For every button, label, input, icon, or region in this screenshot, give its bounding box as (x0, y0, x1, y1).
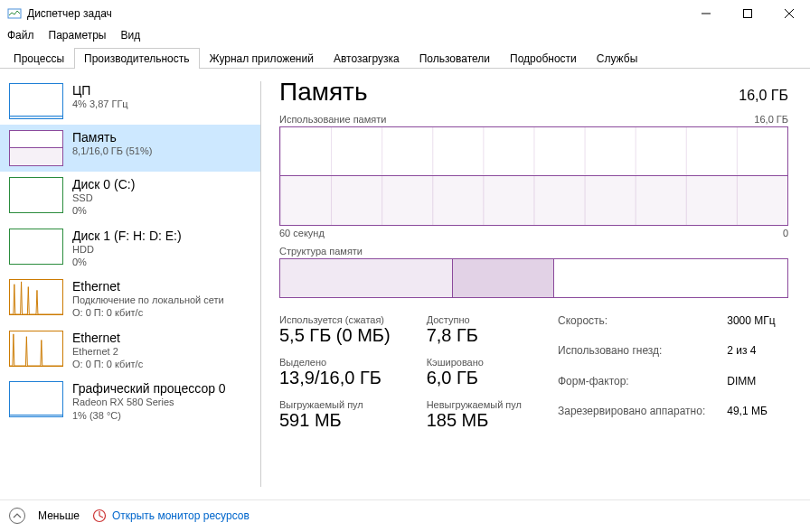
inuse-label: Используется (сжатая) (279, 314, 391, 325)
svg-rect-0 (8, 9, 21, 18)
sidebar-disk0-sub2: 0% (72, 204, 135, 217)
sidebar-disk1-sub1: HDD (72, 243, 182, 256)
comp-inuse (280, 259, 453, 297)
paged-value: 591 МБ (279, 410, 391, 431)
hw-val: 49,1 МБ (727, 405, 775, 431)
disk0-thumb-icon (9, 177, 63, 213)
sidebar-memory[interactable]: Память 8,1/16,0 ГБ (51%) (0, 125, 260, 172)
tab-processes[interactable]: Процессы (4, 48, 74, 69)
sidebar-disk1-title: Диск 1 (F: H: D: E:) (72, 229, 182, 243)
menu-options[interactable]: Параметры (49, 29, 107, 42)
memory-properties: Скорость: 3000 МГц Использовано гнезд: 2… (558, 314, 776, 431)
disk1-thumb-icon (9, 229, 63, 265)
svg-line-7 (99, 516, 103, 518)
graph-x-right: 0 (783, 228, 788, 238)
sidebar-eth1-title: Ethernet (72, 331, 143, 345)
sidebar-eth1-sub2: О: 0 П: 0 кбит/с (72, 358, 143, 370)
hw-key: Зарезервировано аппаратно: (558, 405, 705, 431)
tab-services[interactable]: Службы (587, 48, 647, 69)
memory-usage-graph (279, 126, 788, 226)
form-key: Форм-фактор: (558, 375, 705, 401)
slots-key: Использовано гнезд: (558, 344, 705, 370)
form-val: DIMM (727, 375, 775, 401)
sidebar-disk0[interactable]: Диск 0 (C:) SSD 0% (0, 172, 260, 223)
sidebar-eth0[interactable]: Ethernet Подключение по локальной сети О… (0, 274, 260, 325)
detail-capacity: 16,0 ГБ (739, 88, 788, 104)
footer: Меньше Открыть монитор ресурсов (0, 499, 810, 530)
cached-value: 6,0 ГБ (427, 368, 522, 388)
detail-title: Память (279, 78, 368, 107)
cached-label: Кэшировано (427, 357, 522, 368)
sidebar-cpu[interactable]: ЦП 4% 3,87 ГГц (0, 78, 260, 125)
detail-pane: Память 16,0 ГБ Использование памяти 16,0… (261, 69, 810, 499)
chevron-up-icon[interactable] (9, 508, 25, 524)
maximize-button[interactable] (727, 0, 768, 27)
comp-modified (453, 259, 554, 297)
sidebar-disk0-sub1: SSD (72, 191, 135, 204)
sidebar-disk1-sub2: 0% (72, 256, 182, 268)
memory-composition (279, 258, 788, 298)
tab-performance[interactable]: Производительность (74, 48, 199, 69)
gpu-thumb-icon (9, 381, 63, 417)
open-resource-monitor-label: Открыть монитор ресурсов (112, 509, 250, 522)
cpu-thumb-icon (9, 83, 63, 119)
svg-rect-2 (744, 10, 752, 18)
tab-users[interactable]: Пользователи (410, 48, 500, 69)
sidebar: ЦП 4% 3,87 ГГц Память 8,1/16,0 ГБ (51%) … (0, 69, 260, 499)
tab-history[interactable]: Журнал приложений (200, 48, 324, 69)
eth1-thumb-icon (9, 331, 63, 367)
sidebar-eth0-title: Ethernet (72, 279, 224, 294)
sidebar-disk1[interactable]: Диск 1 (F: H: D: E:) HDD 0% (0, 223, 260, 275)
committed-value: 13,9/16,0 ГБ (279, 368, 391, 388)
sidebar-gpu-sub1: Radeon RX 580 Series (72, 396, 226, 408)
sidebar-cpu-title: ЦП (72, 83, 128, 98)
menu-file[interactable]: Файл (7, 29, 34, 42)
close-button[interactable] (768, 0, 810, 27)
tab-startup[interactable]: Автозагрузка (324, 48, 410, 69)
sidebar-eth1-sub1: Ethernet 2 (72, 345, 143, 358)
menu-view[interactable]: Вид (120, 29, 140, 42)
speed-val: 3000 МГц (727, 314, 775, 341)
app-icon (7, 6, 22, 21)
menubar: Файл Параметры Вид (0, 27, 810, 43)
committed-label: Выделено (279, 357, 391, 368)
sidebar-eth1[interactable]: Ethernet Ethernet 2 О: 0 П: 0 кбит/с (0, 325, 260, 377)
slots-val: 2 из 4 (727, 344, 775, 370)
titlebar: Диспетчер задач (0, 0, 810, 27)
sidebar-memory-sub: 8,1/16,0 ГБ (51%) (72, 145, 152, 157)
tabs: Процессы Производительность Журнал прило… (0, 47, 810, 69)
minimize-button[interactable] (685, 0, 727, 27)
nonpaged-label: Невыгружаемый пул (427, 399, 522, 410)
sidebar-eth0-sub1: Подключение по локальной сети (72, 294, 224, 306)
sidebar-cpu-sub: 4% 3,87 ГГц (72, 98, 128, 110)
usage-max: 16,0 ГБ (754, 114, 788, 125)
sidebar-disk0-title: Диск 0 (C:) (72, 177, 135, 191)
sidebar-memory-title: Память (72, 130, 152, 145)
open-resource-monitor-link[interactable]: Открыть монитор ресурсов (92, 509, 250, 523)
sidebar-gpu-title: Графический процессор 0 (72, 381, 226, 396)
window-title: Диспетчер задач (27, 7, 685, 20)
memory-thumb-icon (9, 130, 63, 166)
eth0-thumb-icon (9, 279, 63, 315)
usage-label: Использование памяти (279, 114, 386, 125)
speed-key: Скорость: (558, 314, 705, 341)
window-buttons (685, 0, 810, 27)
sidebar-gpu-sub2: 1% (38 °C) (72, 409, 226, 422)
sidebar-gpu[interactable]: Графический процессор 0 Radeon RX 580 Se… (0, 376, 260, 427)
graph-x-left: 60 секунд (279, 228, 325, 238)
avail-label: Доступно (427, 314, 522, 325)
composition-label: Структура памяти (279, 246, 788, 257)
avail-value: 7,8 ГБ (427, 325, 522, 346)
paged-label: Выгружаемый пул (279, 399, 391, 410)
nonpaged-value: 185 МБ (427, 410, 522, 431)
sidebar-eth0-sub2: О: 0 П: 0 кбит/с (72, 306, 224, 319)
inuse-value: 5,5 ГБ (0 МБ) (279, 325, 391, 346)
fewer-details-button[interactable]: Меньше (38, 509, 80, 522)
comp-free (554, 259, 787, 297)
tab-details[interactable]: Подробности (500, 48, 587, 69)
